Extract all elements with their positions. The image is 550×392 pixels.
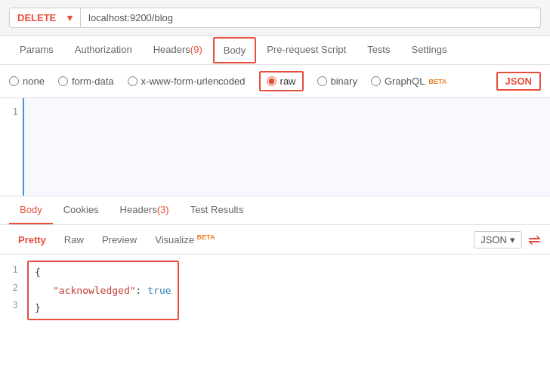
response-view-preview[interactable]: Preview [93,230,146,249]
json-format-button[interactable]: JSON [496,72,541,91]
tab-params[interactable]: Params [9,36,64,64]
tab-tests[interactable]: Tests [357,36,400,64]
chevron-down-icon: ▾ [510,234,515,245]
response-tab-nav: Body Cookies Headers(3) Test Results [0,196,550,225]
body-type-raw[interactable]: raw [259,71,304,91]
editor-line-numbers: 1 [0,98,23,196]
tab-headers[interactable]: Headers(9) [143,36,213,64]
tab-prerequest[interactable]: Pre-request Script [256,36,357,64]
tab-body[interactable]: Body [213,45,257,56]
response-format-dropdown[interactable]: JSON ▾ [474,231,522,248]
method-select[interactable]: DELETE ▾ [9,8,81,28]
chevron-down-icon: ▾ [67,12,73,23]
tab-settings[interactable]: Settings [400,36,457,64]
request-tab-nav: Params Authorization Headers(9) Body Pre… [0,36,550,65]
response-code-content: { "acknowledged": true } [23,255,184,326]
body-type-formdata[interactable]: form-data [58,76,114,87]
editor-area: 1 [0,98,550,196]
body-type-row: none form-data x-www-form-urlencoded raw… [0,65,550,98]
response-json-block: { "acknowledged": true } [27,261,179,319]
wrap-icon[interactable]: ⇌ [528,230,541,248]
body-type-graphql[interactable]: GraphQLBETA [371,76,446,87]
response-section: Body Cookies Headers(3) Test Results Pre… [0,196,550,332]
response-view-raw[interactable]: Raw [55,230,93,249]
response-tab-cookies[interactable]: Cookies [53,196,110,224]
url-input[interactable] [81,8,541,28]
url-bar: DELETE ▾ [0,0,550,36]
body-type-none[interactable]: none [9,76,45,87]
response-view-pretty[interactable]: Pretty [9,230,55,249]
response-code-area: 1 2 3 { "acknowledged": true } [0,255,550,332]
response-view-visualize[interactable]: Visualize BETA [146,230,224,249]
response-toolbar: Pretty Raw Preview Visualize BETA JSON ▾… [0,225,550,255]
method-label: DELETE [17,12,56,23]
body-type-urlencoded[interactable]: x-www-form-urlencoded [128,76,246,87]
body-type-binary[interactable]: binary [317,76,357,87]
editor-input[interactable] [23,98,550,196]
response-tab-body[interactable]: Body [9,196,53,224]
tab-authorization[interactable]: Authorization [64,36,143,64]
response-line-numbers: 1 2 3 [0,255,23,326]
response-tab-testresults[interactable]: Test Results [180,196,255,224]
response-tab-headers[interactable]: Headers(3) [110,196,180,224]
